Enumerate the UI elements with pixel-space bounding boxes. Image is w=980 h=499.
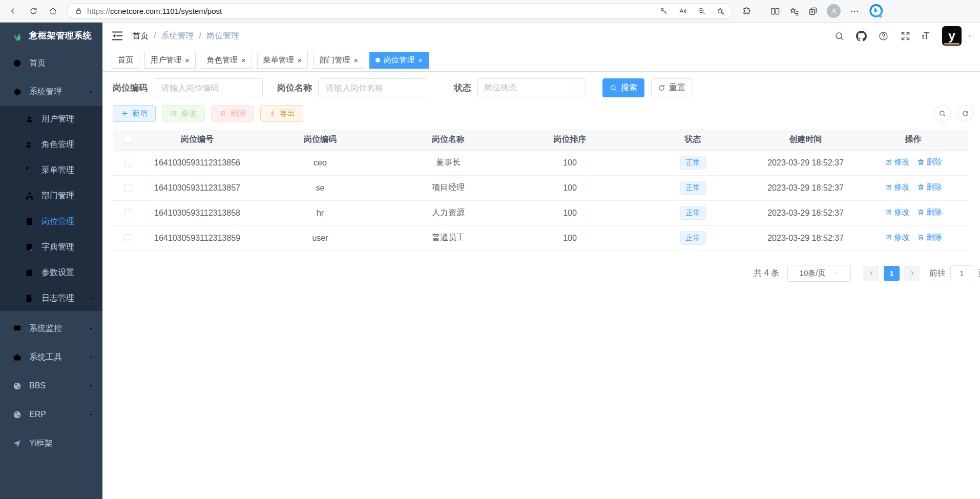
- sidebar-item-post-mgmt[interactable]: 岗位管理: [0, 209, 102, 234]
- sidebar-item-log-mgmt[interactable]: 日志管理: [0, 285, 102, 311]
- row-checkbox[interactable]: [124, 209, 132, 217]
- row-delete-link[interactable]: 删除: [917, 157, 942, 167]
- user-avatar-menu[interactable]: y: [942, 26, 973, 46]
- tab-post-mgmt[interactable]: 岗位管理 ×: [369, 52, 429, 69]
- fullscreen-icon[interactable]: [900, 31, 911, 41]
- tab-role-mgmt[interactable]: 角色管理 ×: [201, 52, 252, 69]
- row-delete-link[interactable]: 删除: [917, 207, 942, 217]
- refresh-table-button[interactable]: [957, 105, 974, 122]
- cell-created-time: 2023-03-29 18:52:37: [753, 175, 858, 200]
- delete-button[interactable]: 删除: [211, 105, 254, 122]
- extensions-icon[interactable]: [742, 6, 752, 16]
- read-aloud-icon[interactable]: [678, 7, 687, 15]
- font-size-icon[interactable]: tT: [922, 31, 929, 41]
- chevron-up-icon: [88, 89, 94, 95]
- row-delete-link[interactable]: 删除: [917, 233, 942, 242]
- close-icon[interactable]: ×: [418, 56, 423, 64]
- post-name-label: 岗位名称: [277, 82, 312, 94]
- add-button[interactable]: 新增: [113, 105, 156, 122]
- search-button[interactable]: 搜索: [602, 78, 644, 97]
- header-search-icon[interactable]: [834, 31, 845, 41]
- page-number-1[interactable]: 1: [884, 266, 900, 281]
- address-bar[interactable]: https://ccnetcore.com:1101/system/post: [67, 3, 733, 19]
- password-key-icon[interactable]: [659, 7, 668, 15]
- post-code-input[interactable]: [154, 78, 263, 97]
- toggle-search-button[interactable]: [934, 105, 951, 122]
- col-post-code: 岗位编码: [251, 129, 389, 150]
- row-checkbox[interactable]: [124, 234, 132, 242]
- edit-button[interactable]: 修改: [162, 105, 205, 122]
- cell-post-code: ceo: [251, 150, 389, 175]
- chevron-down-icon: [88, 383, 94, 389]
- sidebar-item-erp[interactable]: ERP: [0, 400, 102, 429]
- browser-refresh-button[interactable]: [25, 3, 42, 20]
- sidebar-item-menu-mgmt[interactable]: 菜单管理: [0, 157, 102, 183]
- zoom-out-icon[interactable]: [697, 7, 706, 15]
- prev-page-button[interactable]: [863, 266, 879, 281]
- row-edit-link[interactable]: 修改: [885, 157, 910, 167]
- close-icon[interactable]: ×: [241, 56, 246, 64]
- status-label: 状态: [454, 82, 471, 94]
- col-post-id: 岗位编号: [143, 129, 251, 150]
- breadcrumb-system-mgmt[interactable]: 系统管理: [161, 31, 194, 41]
- help-icon[interactable]: [878, 31, 889, 41]
- sidebar-item-dept-mgmt[interactable]: 部门管理: [0, 183, 102, 209]
- browser-profile-avatar[interactable]: [827, 4, 841, 18]
- user-avatar[interactable]: y: [942, 26, 962, 46]
- sidebar-item-param-settings[interactable]: 参数设置: [0, 260, 102, 285]
- collections-icon[interactable]: [808, 6, 818, 16]
- browser-back-button[interactable]: [5, 3, 23, 20]
- trash-icon: [917, 158, 925, 166]
- user-icon: [25, 114, 34, 124]
- sidebar-fold-icon[interactable]: [111, 29, 124, 43]
- sidebar-item-system-mgmt[interactable]: 系统管理: [0, 77, 102, 106]
- sidebar-item-system-monitor[interactable]: 系统监控: [0, 314, 102, 343]
- post-name-input[interactable]: [318, 78, 427, 97]
- globe-icon: [12, 381, 22, 391]
- add-favorite-icon[interactable]: [716, 7, 725, 15]
- post-mgmt-page: 岗位编码 岗位名称 状态 岗位状态 搜索 重置: [102, 72, 980, 282]
- cell-created-time: 2023-03-29 18:52:37: [753, 200, 858, 225]
- tab-home[interactable]: 首页: [112, 52, 139, 69]
- app-logo: 意框架管理系统: [0, 23, 102, 49]
- download-icon: [268, 110, 276, 117]
- row-delete-link[interactable]: 删除: [917, 182, 942, 192]
- row-edit-link[interactable]: 修改: [885, 182, 910, 192]
- col-post-sort: 岗位排序: [507, 129, 633, 150]
- row-edit-link[interactable]: 修改: [885, 207, 910, 217]
- select-all-checkbox[interactable]: [124, 136, 132, 144]
- row-checkbox[interactable]: [124, 159, 132, 167]
- goto-label: 前往: [929, 268, 946, 279]
- tab-menu-mgmt[interactable]: 菜单管理 ×: [257, 52, 308, 69]
- tab-dept-mgmt[interactable]: 部门管理 ×: [313, 52, 364, 69]
- breadcrumb-home[interactable]: 首页: [132, 31, 149, 41]
- sidebar-item-role-mgmt[interactable]: 角色管理: [0, 132, 102, 157]
- sidebar-item-dict-mgmt[interactable]: 字典管理: [0, 234, 102, 260]
- browser-more-icon[interactable]: [849, 6, 860, 16]
- close-icon[interactable]: ×: [298, 56, 302, 64]
- export-button[interactable]: 导出: [260, 105, 303, 122]
- browser-home-button[interactable]: [44, 3, 61, 20]
- sidebar-item-system-tools[interactable]: 系统工具: [0, 343, 102, 371]
- row-checkbox[interactable]: [124, 184, 132, 192]
- sidebar-item-bbs[interactable]: BBS: [0, 371, 102, 400]
- split-screen-icon[interactable]: [770, 6, 780, 16]
- close-icon[interactable]: ×: [185, 56, 190, 64]
- reset-button[interactable]: 重置: [651, 78, 692, 97]
- status-select[interactable]: 岗位状态: [477, 78, 586, 97]
- sidebar-item-user-mgmt[interactable]: 用户管理: [0, 106, 102, 132]
- row-edit-link[interactable]: 修改: [885, 233, 910, 242]
- tab-user-mgmt[interactable]: 用户管理 ×: [144, 52, 196, 69]
- edit-icon: [885, 234, 892, 241]
- favorites-icon[interactable]: [789, 6, 799, 16]
- sidebar-item-yi-framework[interactable]: Yi框架: [0, 429, 102, 458]
- github-icon[interactable]: [856, 31, 867, 41]
- next-page-button[interactable]: [904, 266, 920, 281]
- page-size-select[interactable]: 10条/页: [787, 265, 851, 282]
- goto-page-input[interactable]: [950, 265, 973, 281]
- sidebar-item-home[interactable]: 首页: [0, 49, 102, 77]
- bing-copilot-icon[interactable]: [868, 3, 884, 19]
- cell-post-sort: 100: [507, 150, 633, 175]
- close-icon[interactable]: ×: [353, 56, 358, 64]
- sidebar: 意框架管理系统 首页 系统管理 用户管理 角色管理: [0, 23, 102, 499]
